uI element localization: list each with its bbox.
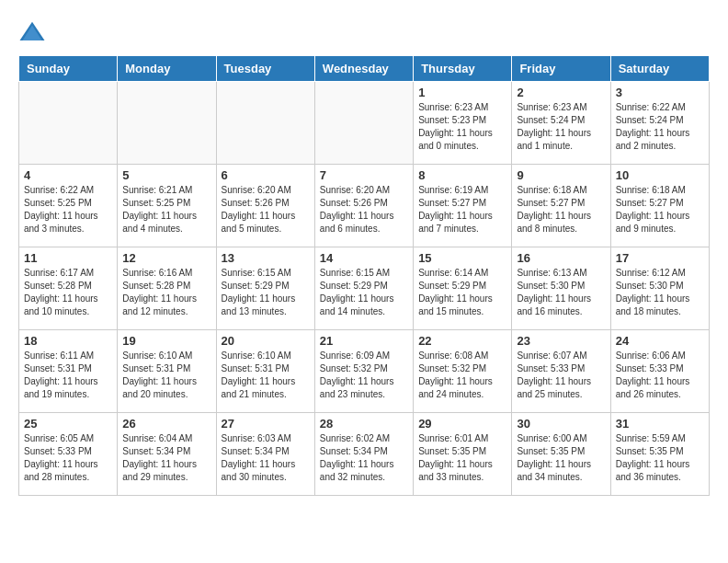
calendar-cell: 7Sunrise: 6:20 AM Sunset: 5:26 PM Daylig…	[314, 165, 413, 247]
calendar-cell: 5Sunrise: 6:21 AM Sunset: 5:25 PM Daylig…	[118, 165, 216, 247]
day-number: 17	[616, 251, 704, 265]
calendar-cell: 2Sunrise: 6:23 AM Sunset: 5:24 PM Daylig…	[512, 82, 610, 165]
day-number: 30	[517, 417, 605, 431]
day-info: Sunrise: 6:09 AM Sunset: 5:32 PM Dayligh…	[320, 350, 408, 401]
calendar-cell: 13Sunrise: 6:15 AM Sunset: 5:29 PM Dayli…	[216, 247, 314, 330]
day-number: 13	[222, 251, 310, 265]
weekday-header-wednesday: Wednesday	[314, 56, 413, 82]
day-info: Sunrise: 6:21 AM Sunset: 5:25 PM Dayligh…	[122, 184, 210, 236]
day-number: 4	[24, 168, 112, 182]
day-number: 24	[616, 334, 704, 348]
calendar-cell: 15Sunrise: 6:14 AM Sunset: 5:29 PM Dayli…	[414, 247, 512, 330]
calendar-cell: 18Sunrise: 6:11 AM Sunset: 5:31 PM Dayli…	[19, 330, 118, 413]
page-header	[18, 18, 710, 46]
weekday-header-saturday: Saturday	[610, 56, 709, 82]
calendar-cell: 12Sunrise: 6:16 AM Sunset: 5:28 PM Dayli…	[118, 247, 216, 330]
day-info: Sunrise: 6:18 AM Sunset: 5:27 PM Dayligh…	[517, 184, 605, 236]
calendar-cell: 31Sunrise: 5:59 AM Sunset: 5:35 PM Dayli…	[610, 413, 709, 496]
day-number: 29	[418, 417, 506, 431]
day-info: Sunrise: 5:59 AM Sunset: 5:35 PM Dayligh…	[616, 432, 704, 484]
day-number: 22	[418, 334, 506, 348]
day-info: Sunrise: 6:23 AM Sunset: 5:23 PM Dayligh…	[418, 101, 506, 153]
calendar-cell: 6Sunrise: 6:20 AM Sunset: 5:26 PM Daylig…	[216, 165, 314, 247]
day-info: Sunrise: 6:01 AM Sunset: 5:35 PM Dayligh…	[418, 432, 506, 484]
day-info: Sunrise: 6:10 AM Sunset: 5:31 PM Dayligh…	[122, 350, 210, 401]
day-info: Sunrise: 6:03 AM Sunset: 5:34 PM Dayligh…	[222, 432, 310, 484]
day-number: 5	[122, 168, 210, 182]
calendar-header: SundayMondayTuesdayWednesdayThursdayFrid…	[19, 56, 710, 82]
calendar-cell	[216, 82, 314, 165]
day-number: 19	[122, 334, 210, 348]
day-info: Sunrise: 6:11 AM Sunset: 5:31 PM Dayligh…	[24, 350, 112, 401]
weekday-row: SundayMondayTuesdayWednesdayThursdayFrid…	[19, 56, 710, 82]
calendar-cell	[314, 82, 413, 165]
week-row-4: 18Sunrise: 6:11 AM Sunset: 5:31 PM Dayli…	[19, 330, 710, 413]
day-number: 31	[616, 417, 704, 431]
day-info: Sunrise: 6:12 AM Sunset: 5:30 PM Dayligh…	[616, 267, 704, 318]
calendar-cell: 20Sunrise: 6:10 AM Sunset: 5:31 PM Dayli…	[216, 330, 314, 413]
day-number: 3	[616, 86, 704, 99]
day-info: Sunrise: 6:20 AM Sunset: 5:26 PM Dayligh…	[222, 184, 310, 236]
calendar: SundayMondayTuesdayWednesdayThursdayFrid…	[18, 55, 710, 496]
day-number: 27	[222, 417, 310, 431]
calendar-cell: 1Sunrise: 6:23 AM Sunset: 5:23 PM Daylig…	[414, 82, 512, 165]
calendar-cell: 9Sunrise: 6:18 AM Sunset: 5:27 PM Daylig…	[512, 165, 610, 247]
weekday-header-tuesday: Tuesday	[216, 56, 314, 82]
weekday-header-monday: Monday	[118, 56, 216, 82]
calendar-body: 1Sunrise: 6:23 AM Sunset: 5:23 PM Daylig…	[19, 82, 710, 496]
day-info: Sunrise: 6:06 AM Sunset: 5:33 PM Dayligh…	[616, 350, 704, 401]
day-info: Sunrise: 6:08 AM Sunset: 5:32 PM Dayligh…	[418, 350, 506, 401]
calendar-cell: 29Sunrise: 6:01 AM Sunset: 5:35 PM Dayli…	[414, 413, 512, 496]
week-row-1: 1Sunrise: 6:23 AM Sunset: 5:23 PM Daylig…	[19, 82, 710, 165]
calendar-cell: 23Sunrise: 6:07 AM Sunset: 5:33 PM Dayli…	[512, 330, 610, 413]
day-info: Sunrise: 6:15 AM Sunset: 5:29 PM Dayligh…	[320, 267, 408, 318]
calendar-cell: 8Sunrise: 6:19 AM Sunset: 5:27 PM Daylig…	[414, 165, 512, 247]
day-number: 21	[320, 334, 408, 348]
calendar-cell: 3Sunrise: 6:22 AM Sunset: 5:24 PM Daylig…	[610, 82, 709, 165]
day-info: Sunrise: 6:22 AM Sunset: 5:25 PM Dayligh…	[24, 184, 112, 236]
day-info: Sunrise: 6:07 AM Sunset: 5:33 PM Dayligh…	[517, 350, 605, 401]
day-number: 14	[320, 251, 408, 265]
day-number: 12	[122, 251, 210, 265]
day-number: 2	[517, 86, 605, 99]
calendar-cell: 24Sunrise: 6:06 AM Sunset: 5:33 PM Dayli…	[610, 330, 709, 413]
day-info: Sunrise: 6:23 AM Sunset: 5:24 PM Dayligh…	[517, 101, 605, 153]
calendar-cell: 4Sunrise: 6:22 AM Sunset: 5:25 PM Daylig…	[19, 165, 118, 247]
calendar-cell: 17Sunrise: 6:12 AM Sunset: 5:30 PM Dayli…	[610, 247, 709, 330]
day-number: 7	[320, 168, 408, 182]
day-number: 26	[122, 417, 210, 431]
day-info: Sunrise: 6:15 AM Sunset: 5:29 PM Dayligh…	[222, 267, 310, 318]
day-info: Sunrise: 6:19 AM Sunset: 5:27 PM Dayligh…	[418, 184, 506, 236]
day-number: 25	[24, 417, 112, 431]
calendar-cell: 25Sunrise: 6:05 AM Sunset: 5:33 PM Dayli…	[19, 413, 118, 496]
day-info: Sunrise: 6:02 AM Sunset: 5:34 PM Dayligh…	[320, 432, 408, 484]
day-number: 10	[616, 168, 704, 182]
day-info: Sunrise: 6:18 AM Sunset: 5:27 PM Dayligh…	[616, 184, 704, 236]
week-row-2: 4Sunrise: 6:22 AM Sunset: 5:25 PM Daylig…	[19, 165, 710, 247]
day-info: Sunrise: 6:22 AM Sunset: 5:24 PM Dayligh…	[616, 101, 704, 153]
calendar-cell: 21Sunrise: 6:09 AM Sunset: 5:32 PM Dayli…	[314, 330, 413, 413]
day-number: 6	[222, 168, 310, 182]
weekday-header-thursday: Thursday	[414, 56, 512, 82]
day-number: 11	[24, 251, 112, 265]
weekday-header-friday: Friday	[512, 56, 610, 82]
calendar-cell	[118, 82, 216, 165]
day-number: 18	[24, 334, 112, 348]
weekday-header-sunday: Sunday	[19, 56, 118, 82]
logo	[18, 18, 50, 46]
day-info: Sunrise: 6:00 AM Sunset: 5:35 PM Dayligh…	[517, 432, 605, 484]
day-number: 16	[517, 251, 605, 265]
day-info: Sunrise: 6:20 AM Sunset: 5:26 PM Dayligh…	[320, 184, 408, 236]
day-number: 8	[418, 168, 506, 182]
calendar-cell: 22Sunrise: 6:08 AM Sunset: 5:32 PM Dayli…	[414, 330, 512, 413]
calendar-cell: 14Sunrise: 6:15 AM Sunset: 5:29 PM Dayli…	[314, 247, 413, 330]
calendar-cell: 10Sunrise: 6:18 AM Sunset: 5:27 PM Dayli…	[610, 165, 709, 247]
day-info: Sunrise: 6:13 AM Sunset: 5:30 PM Dayligh…	[517, 267, 605, 318]
calendar-cell: 26Sunrise: 6:04 AM Sunset: 5:34 PM Dayli…	[118, 413, 216, 496]
day-info: Sunrise: 6:04 AM Sunset: 5:34 PM Dayligh…	[122, 432, 210, 484]
calendar-cell	[19, 82, 118, 165]
calendar-cell: 28Sunrise: 6:02 AM Sunset: 5:34 PM Dayli…	[314, 413, 413, 496]
day-number: 15	[418, 251, 506, 265]
calendar-cell: 11Sunrise: 6:17 AM Sunset: 5:28 PM Dayli…	[19, 247, 118, 330]
day-info: Sunrise: 6:05 AM Sunset: 5:33 PM Dayligh…	[24, 432, 112, 484]
